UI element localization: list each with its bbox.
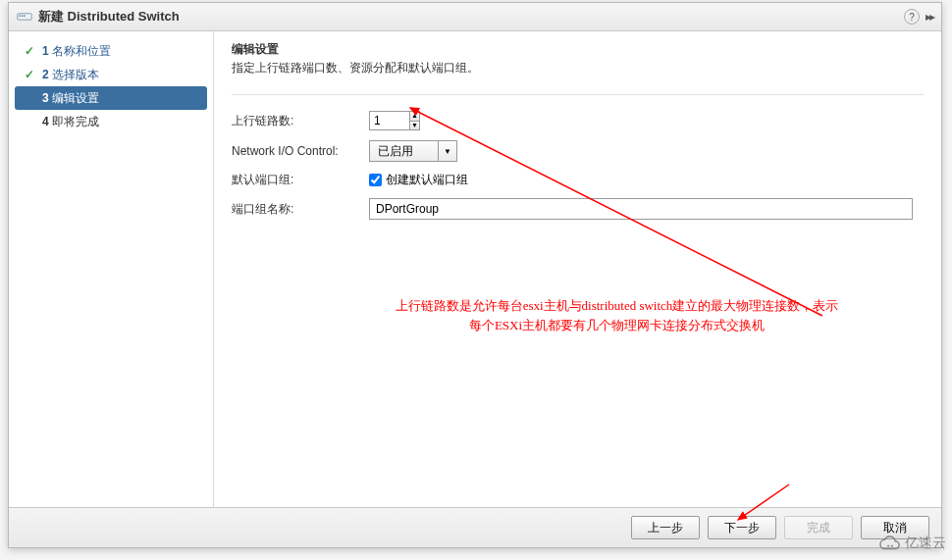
row-nioc: Network I/O Control: 已启用 ▼ [232,140,924,162]
main-panel: 编辑设置 指定上行链路端口数、资源分配和默认端口组。 上行链路数: ▲ ▼ Ne… [214,31,941,507]
svg-rect-3 [24,15,26,17]
pg-name-input[interactable] [369,198,913,220]
footer: 上一步 下一步 完成 取消 [9,507,941,547]
nioc-value: 已启用 [369,140,438,162]
dialog: 新建 Distributed Switch ? ▸▸ ✓ 1 名称和位置 ✓ 2… [8,2,942,548]
uplinks-input[interactable] [369,111,409,130]
wizard-sidebar: ✓ 1 名称和位置 ✓ 2 选择版本 ✓ 3 编辑设置 ✓ 4 即将完成 [9,31,214,507]
cancel-button[interactable]: 取消 [861,516,929,539]
next-button[interactable]: 下一步 [708,516,776,539]
step-select-version[interactable]: ✓ 2 选择版本 [9,63,213,86]
expand-button[interactable]: ▸▸ [926,10,933,24]
section-desc: 指定上行链路端口数、资源分配和默认端口组。 [232,60,924,76]
spinner-up-icon[interactable]: ▲ [410,112,419,122]
default-pg-checkbox[interactable] [369,174,382,186]
step-label: 2 选择版本 [42,67,99,83]
row-pg-name: 端口组名称: [232,198,924,220]
default-pg-checkbox-label: 创建默认端口组 [386,172,468,188]
spinner-down-icon[interactable]: ▼ [410,122,419,130]
nioc-dropdown[interactable]: 已启用 ▼ [369,140,457,162]
window-title: 新建 Distributed Switch [38,8,180,25]
row-default-pg: 默认端口组: 创建默认端口组 [232,172,924,188]
help-button[interactable]: ? [904,9,920,25]
annotation-text: 上行链路数是允许每台esxi主机与distributed switch建立的最大… [312,296,922,334]
step-edit-settings[interactable]: ✓ 3 编辑设置 [15,86,207,110]
default-pg-label: 默认端口组: [232,172,369,188]
section-title: 编辑设置 [232,41,924,58]
back-button[interactable]: 上一步 [631,516,700,539]
pg-name-label: 端口组名称: [232,201,369,218]
step-name-location[interactable]: ✓ 1 名称和位置 [9,39,213,63]
finish-button: 完成 [784,516,853,539]
row-uplinks: 上行链路数: ▲ ▼ [232,111,924,130]
step-label: 1 名称和位置 [42,43,111,60]
check-icon: ✓ [23,44,36,58]
check-icon: ✓ [23,68,36,81]
step-ready-complete[interactable]: ✓ 4 即将完成 [9,110,213,133]
step-label: 4 即将完成 [42,114,99,130]
svg-rect-2 [22,15,24,17]
titlebar: 新建 Distributed Switch ? ▸▸ [9,3,941,31]
nioc-label: Network I/O Control: [232,144,369,158]
switch-icon [17,11,32,23]
uplinks-label: 上行链路数: [232,113,369,129]
uplinks-stepper[interactable]: ▲ ▼ [369,111,420,130]
divider [232,94,924,95]
dialog-body: ✓ 1 名称和位置 ✓ 2 选择版本 ✓ 3 编辑设置 ✓ 4 即将完成 编辑设… [9,31,941,507]
chevron-down-icon[interactable]: ▼ [438,140,457,162]
svg-rect-1 [19,15,21,17]
step-label: 3 编辑设置 [42,90,99,107]
